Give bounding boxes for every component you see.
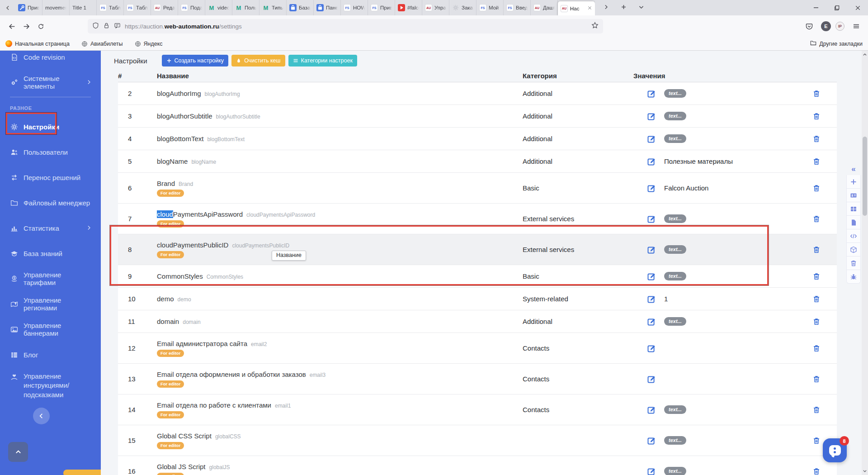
edit-button[interactable] xyxy=(647,134,656,143)
sidebar-item-gears[interactable]: Системные элементы xyxy=(0,70,101,95)
browser-tab[interactable]: FSПриве xyxy=(368,0,395,15)
edit-button[interactable] xyxy=(647,272,656,281)
row-name[interactable]: BrandBrand xyxy=(157,180,523,187)
delete-button[interactable] xyxy=(812,112,821,120)
delete-button[interactable] xyxy=(812,184,821,192)
edit-button[interactable] xyxy=(647,375,656,384)
delete-button[interactable] xyxy=(812,135,821,143)
hidden-yellow-button[interactable] xyxy=(63,470,101,475)
sidebar-item-transfer[interactable]: Перенос решений xyxy=(0,165,101,190)
row-name[interactable]: Global JS ScriptglobalJS xyxy=(157,463,523,470)
sidebar-item-coins[interactable]: Управление тарифами xyxy=(0,266,101,291)
text-value-badge[interactable]: text... xyxy=(664,214,686,223)
text-value-badge[interactable]: text... xyxy=(664,272,686,280)
tab-scroll-right-icon[interactable] xyxy=(603,4,609,12)
tab-close-icon[interactable] xyxy=(586,5,592,12)
sidebar-item-chart[interactable]: Статистика xyxy=(0,215,101,241)
browser-tab[interactable]: Панел xyxy=(314,0,341,15)
row-name[interactable]: Email отдела по работе с клиентамиemail1 xyxy=(157,401,523,409)
browser-tab[interactable]: Приве xyxy=(15,0,42,15)
sidebar-item-grad-cap[interactable]: База знаний xyxy=(0,241,101,266)
toolbar-file-button[interactable] xyxy=(846,216,861,229)
delete-button[interactable] xyxy=(812,344,821,352)
text-value-badge[interactable]: text... xyxy=(664,317,686,326)
edit-button[interactable] xyxy=(647,157,656,166)
url-bar[interactable]: https://auction.web-automation.ru/settin… xyxy=(88,19,603,33)
sidebar-item-users[interactable]: Пользователи xyxy=(0,139,101,165)
bookmark-item[interactable]: Яндекс xyxy=(135,41,163,47)
delete-button[interactable] xyxy=(812,318,821,326)
reload-button[interactable] xyxy=(33,19,48,33)
text-value-badge[interactable]: text... xyxy=(664,405,686,414)
browser-tab[interactable]: MПоль xyxy=(232,0,259,15)
edit-button[interactable] xyxy=(647,467,656,475)
pocket-icon[interactable] xyxy=(802,19,816,33)
edit-button[interactable] xyxy=(647,214,656,223)
permissions-icon[interactable] xyxy=(114,22,121,31)
browser-tab[interactable]: FSHOWT xyxy=(341,0,368,15)
menu-hamburger-icon[interactable] xyxy=(849,19,863,33)
browser-tab[interactable]: #falco xyxy=(395,0,422,15)
browser-tab[interactable]: AUРедак xyxy=(151,0,178,15)
row-name[interactable]: cloudPaymentsApiPasswordcloudPaymentsApi… xyxy=(157,210,523,218)
sidebar-item-map[interactable]: Управление регионами xyxy=(0,291,101,317)
browser-tab[interactable]: Title 1 xyxy=(70,0,97,15)
window-minimize-button[interactable] xyxy=(806,0,826,15)
row-name[interactable]: blogAuthorImgblogAuthorImg xyxy=(157,90,523,97)
toolbar-code-button[interactable] xyxy=(846,229,861,243)
delete-button[interactable] xyxy=(812,90,821,98)
row-name[interactable]: demodemo xyxy=(157,295,523,303)
window-close-button[interactable] xyxy=(847,0,868,15)
row-name[interactable]: blogAuthorSubtitleblogAuthorSubtitle xyxy=(157,112,523,120)
text-value-badge[interactable]: text... xyxy=(664,245,686,254)
row-name[interactable]: blogNameblogName xyxy=(157,157,523,165)
browser-tab[interactable]: FSМой б xyxy=(476,0,504,15)
row-name[interactable]: Email отдела оформления и обработки зака… xyxy=(157,370,523,378)
new-tab-button[interactable] xyxy=(621,4,627,12)
delete-button[interactable] xyxy=(812,246,821,254)
edit-button[interactable] xyxy=(647,245,656,254)
row-name[interactable]: Global CSS ScriptglobalCSS xyxy=(157,432,523,440)
edit-button[interactable] xyxy=(647,112,656,121)
row-name[interactable]: blogBottomTextblogBottomText xyxy=(157,135,523,142)
browser-tab[interactable]: FSТабли xyxy=(97,0,124,15)
scrollbar-thumb[interactable] xyxy=(863,137,867,216)
header-button-plus[interactable]: Создать настройку xyxy=(162,55,229,66)
header-button-droplet[interactable]: Очистить кеш xyxy=(231,55,285,66)
shield-icon[interactable] xyxy=(92,22,99,31)
sidebar-item-hand-heart[interactable]: Управление инструкциями/подсказками xyxy=(0,367,101,397)
toolbar-bug-button[interactable] xyxy=(846,270,861,284)
browser-tab[interactable]: FSПодар xyxy=(178,0,205,15)
back-button[interactable] xyxy=(5,19,19,33)
edit-button[interactable] xyxy=(647,89,656,98)
browser-tab[interactable]: AUДашб xyxy=(531,0,558,15)
browser-tab[interactable]: Заказ xyxy=(449,0,476,15)
delete-button[interactable] xyxy=(812,467,821,475)
text-value-badge[interactable]: text... xyxy=(664,112,686,120)
sidebar-item-folder[interactable]: Файловый менеджер xyxy=(0,190,101,215)
text-value-badge[interactable]: text... xyxy=(664,436,686,445)
delete-button[interactable] xyxy=(812,215,821,223)
row-name[interactable]: cloudPaymentsPublicIDcloudPaymentsPublic… xyxy=(157,241,523,249)
edit-button[interactable] xyxy=(647,344,656,353)
ip-extension-icon[interactable]: IP xyxy=(835,22,844,31)
browser-tab[interactable]: MТипы xyxy=(259,0,287,15)
toolbar-plus-button[interactable] xyxy=(846,175,861,189)
browser-tab[interactable]: AUНас xyxy=(558,1,595,15)
lock-icon[interactable] xyxy=(103,22,110,31)
browser-tab[interactable]: Mvideo xyxy=(205,0,232,15)
edit-button[interactable] xyxy=(647,317,656,326)
bookmark-star-icon[interactable] xyxy=(591,22,599,31)
tab-scroll-left-icon[interactable] xyxy=(0,0,15,15)
browser-tab[interactable]: FSТабли xyxy=(124,0,151,15)
browser-tab[interactable]: AUУпра xyxy=(422,0,449,15)
row-name[interactable]: CommonStylesCommonStyles xyxy=(157,272,523,280)
row-name[interactable]: domaindomain xyxy=(157,318,523,325)
delete-button[interactable] xyxy=(812,375,821,383)
window-maximize-button[interactable] xyxy=(826,0,847,15)
delete-button[interactable] xyxy=(812,437,821,445)
delete-button[interactable] xyxy=(812,157,821,166)
scroll-to-top-button[interactable] xyxy=(8,442,28,462)
sidebar-item-gear[interactable]: Настройки xyxy=(0,114,101,139)
browser-tab[interactable]: База з xyxy=(287,0,314,15)
